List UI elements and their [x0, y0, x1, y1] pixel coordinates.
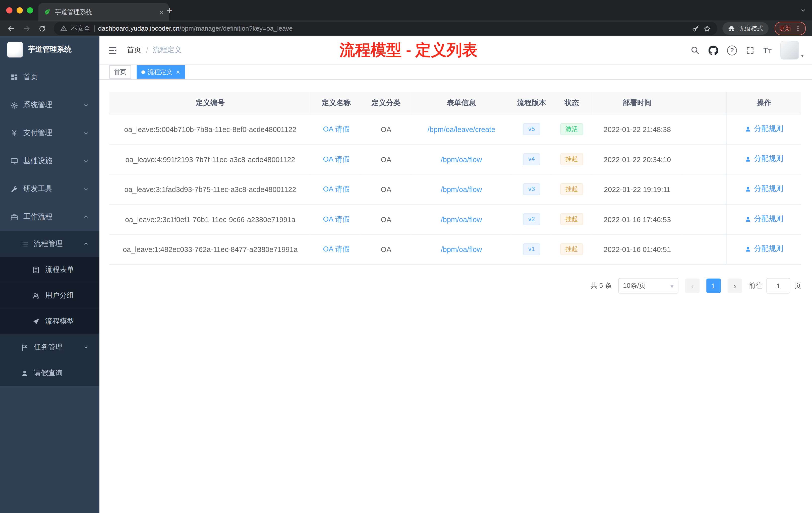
tag-process-definition[interactable]: 流程定义 ×	[137, 65, 185, 79]
col-definition-name: 定义名称	[311, 92, 361, 114]
sidebar-item-home[interactable]: 首页	[0, 63, 99, 91]
avatar[interactable]	[780, 41, 799, 59]
form-info-link[interactable]: /bpm/oa/flow	[441, 215, 482, 223]
form-info-link[interactable]: /bpm/oa/flow	[441, 155, 482, 163]
chevron-up-icon	[83, 241, 89, 247]
key-icon[interactable]	[692, 25, 700, 32]
kebab-menu-icon[interactable]	[794, 25, 802, 32]
star-icon[interactable]	[703, 25, 711, 32]
sidebar-item-label: 基础设施	[23, 156, 53, 165]
page-number-button[interactable]: 1	[706, 279, 721, 293]
assign-rule-link[interactable]: 分配规则	[745, 244, 783, 254]
cell-definition-id: oa_leave:4:991f2193-7b7f-11ec-a3c8-acde4…	[109, 144, 311, 174]
version-tag[interactable]: v2	[523, 213, 540, 225]
assign-rule-link[interactable]: 分配规则	[745, 214, 783, 223]
sidebar-item-leave-query[interactable]: 请假查询	[0, 360, 99, 386]
page-content: 定义编号 定义名称 定义分类 表单信息 流程版本 状态 部署时间 操作	[99, 80, 812, 513]
sidebar-logo[interactable]: 芋道管理系统	[0, 36, 99, 63]
menu-fold-icon[interactable]	[108, 45, 117, 55]
sidebar-item-label: 研发工具	[23, 184, 53, 193]
security-label[interactable]: 不安全	[71, 24, 90, 33]
sidebar-item-infrastructure[interactable]: 基础设施	[0, 147, 99, 175]
page-unit-label: 页	[794, 281, 801, 291]
col-filler	[682, 92, 726, 114]
form-info-link[interactable]: /bpm/oa/flow	[441, 245, 482, 253]
cell-category: OA	[361, 234, 411, 264]
sidebar-item-label: 流程表单	[45, 265, 74, 274]
tag-home[interactable]: 首页	[109, 65, 131, 79]
incognito-badge: 无痕模式	[722, 22, 768, 35]
user-menu[interactable]: ▾	[780, 41, 804, 59]
page-size-select[interactable]: 10条/页 ▾	[618, 278, 678, 294]
zoom-window-button[interactable]	[27, 7, 33, 13]
cell-definition-id: oa_leave:1:482ec033-762a-11ec-8477-a2380…	[109, 234, 311, 264]
breadcrumb-home-link[interactable]: 首页	[127, 46, 141, 55]
page-annotation: 流程模型 - 定义列表	[340, 40, 477, 61]
sidebar-item-label: 流程模型	[45, 317, 74, 326]
goto-page-input[interactable]	[766, 278, 790, 294]
version-tag[interactable]: v1	[523, 243, 540, 255]
list-icon	[21, 240, 29, 248]
definition-name-link[interactable]: OA 请假	[323, 155, 350, 163]
sidebar-item-system-mgmt[interactable]: 系统管理	[0, 91, 99, 119]
sidebar-item-process-model[interactable]: 流程模型	[0, 308, 99, 334]
assign-rule-link[interactable]: 分配规则	[745, 154, 783, 163]
question-icon[interactable]: ?	[727, 45, 737, 55]
definition-name-link[interactable]: OA 请假	[323, 245, 350, 253]
form-info-link[interactable]: /bpm/oa/flow	[441, 185, 482, 193]
cell-deploy-time: 2022-01-22 19:19:11	[592, 174, 682, 204]
person-icon	[745, 156, 752, 162]
col-version: 流程版本	[512, 92, 551, 114]
tab-list-chevron-icon[interactable]	[800, 7, 807, 14]
address-bar[interactable]: 不安全 dashboard.yudao.iocoder.cn/bpm/manag…	[54, 22, 717, 35]
minimize-window-button[interactable]	[17, 7, 23, 13]
reload-button[interactable]	[35, 22, 49, 35]
sidebar-item-process-form[interactable]: 流程表单	[0, 257, 99, 282]
fullscreen-icon[interactable]	[746, 46, 754, 55]
version-tag[interactable]: v5	[523, 123, 540, 135]
logo-avatar	[7, 42, 23, 58]
header-actions: ? TT ▾	[690, 41, 804, 59]
wrench-icon	[10, 185, 18, 193]
sidebar-item-user-group[interactable]: 用户分组	[0, 282, 99, 308]
sidebar-item-task-mgmt[interactable]: 任务管理	[0, 334, 99, 360]
browser-tab[interactable]: 芋道管理系统 ×	[38, 3, 169, 21]
paper-plane-icon	[32, 318, 40, 325]
tab-close-icon[interactable]: ×	[159, 8, 164, 16]
definition-name-link[interactable]: OA 请假	[323, 124, 350, 133]
sidebar-item-label: 系统管理	[23, 100, 53, 110]
sidebar-item-label: 流程管理	[34, 239, 63, 248]
cell-category: OA	[361, 114, 411, 144]
sidebar-item-label: 支付管理	[23, 128, 53, 138]
forward-button[interactable]	[20, 22, 33, 35]
tag-label: 首页	[114, 67, 126, 76]
search-icon[interactable]	[690, 46, 699, 55]
update-chip[interactable]: 更新	[775, 22, 806, 35]
sidebar-item-process-mgmt[interactable]: 流程管理	[0, 231, 99, 257]
sidebar-item-dev-tools[interactable]: 研发工具	[0, 175, 99, 203]
font-size-icon[interactable]: TT	[763, 46, 772, 55]
tag-active-dot	[141, 70, 145, 73]
main-area: 首页 / 流程定义 流程模型 - 定义列表 ? TT ▾	[99, 36, 812, 513]
definition-name-link[interactable]: OA 请假	[323, 215, 350, 223]
assign-rule-link[interactable]: 分配规则	[745, 184, 783, 194]
person-icon	[745, 246, 752, 252]
update-label[interactable]: 更新	[779, 24, 791, 33]
github-icon[interactable]	[708, 45, 718, 55]
prev-page-button[interactable]: ‹	[685, 279, 700, 293]
table-row: oa_leave:1:482ec033-762a-11ec-8477-a2380…	[109, 234, 801, 264]
form-info-link[interactable]: /bpm/oa/leave/create	[428, 125, 495, 133]
close-window-button[interactable]	[6, 7, 12, 13]
version-tag[interactable]: v4	[523, 153, 540, 165]
definition-name-link[interactable]: OA 请假	[323, 184, 350, 193]
col-operation: 操作	[727, 92, 801, 114]
back-button[interactable]	[4, 22, 18, 35]
close-icon[interactable]: ×	[176, 68, 180, 75]
version-tag[interactable]: v3	[523, 183, 540, 195]
sidebar-item-payment-mgmt[interactable]: 支付管理	[0, 119, 99, 147]
next-page-button[interactable]: ›	[728, 279, 742, 293]
new-tab-button[interactable]: +	[164, 5, 175, 16]
cell-deploy-time: 2022-01-16 17:46:53	[592, 204, 682, 234]
sidebar-item-workflow[interactable]: 工作流程	[0, 203, 99, 231]
assign-rule-link[interactable]: 分配规则	[745, 124, 783, 134]
